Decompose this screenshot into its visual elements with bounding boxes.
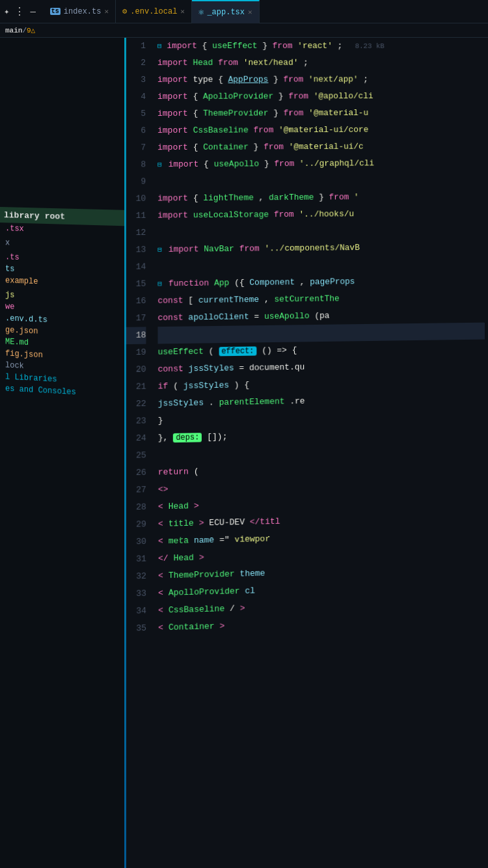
tab-env-local[interactable]: ⚙ .env.local ✕ [116,0,192,23]
ln-11: 11 [125,208,146,224]
git-changes: 9△ [27,26,35,34]
tab-index-ts[interactable]: ts index.ts ✕ [44,0,116,23]
git-bar: main / 9△ [0,23,488,38]
code-line-6: import CssBaseline from '@material-ui/co… [157,121,483,139]
ln-14: 14 [125,258,146,276]
ln-20: 20 [125,361,146,379]
tab-close-1[interactable]: ✕ [104,7,109,16]
tab-close-2[interactable]: ✕ [180,7,185,16]
git-separator: / [22,27,27,34]
ln-9: 9 [125,173,146,190]
code-line-10: import { lightTheme , darkTheme } from ' [157,188,483,208]
ln-3: 3 [125,72,146,88]
ln-16: 16 [125,293,146,310]
ln-33: 33 [126,585,146,603]
ln-28: 28 [125,498,146,516]
code-line-1: ⊟ import { useEffect } from 'react' ; 8.… [157,38,482,55]
ln-31: 31 [125,550,146,568]
ln-30: 30 [125,534,146,551]
code-content: ⊟ import { useEffect } from 'react' ; 8.… [151,38,488,868]
ln-10: 10 [125,191,146,208]
code-line-3: import type { AppProps } from 'next/app'… [157,71,482,88]
ts-icon: ts [50,8,61,15]
main-layout: library root .tsx x .ts ts example js we… [0,38,488,868]
ln-32: 32 [125,568,146,586]
react-icon: ⚛ [198,7,204,18]
editor-window: ✦ ⋮ — ts index.ts ✕ ⚙ .env.local ✕ ⚛ _ap… [0,0,488,868]
ln-1: 1 [125,38,146,55]
env-icon: ⚙ [122,7,127,16]
code-line-5: import { ThemeProvider } from '@material… [157,104,483,122]
code-line-7: import { Container } from '@material-ui/… [157,138,483,156]
git-branch-label: main [5,27,22,34]
code-line-9 [157,171,483,190]
tab-env-label: .env.local [130,7,177,16]
ln-15: 15 [125,276,146,293]
ln-18: 18 [125,327,146,344]
window-menu-icon[interactable]: ⋮ [14,5,25,18]
code-container: 1 2 3 4 5 6 7 8 9 10 11 12 13 14 15 16 1 [125,38,488,868]
ln-4: 4 [125,88,146,105]
window-icon-1[interactable]: ✦ [4,6,9,17]
window-minimize-icon[interactable]: — [30,7,35,17]
ln-25: 25 [125,447,146,465]
sidebar: library root .tsx x .ts ts example js we… [0,38,127,868]
tab-close-3[interactable]: ✕ [248,8,252,16]
ln-21: 21 [125,378,146,396]
ln-17: 17 [125,310,146,327]
ln-13: 13 [125,241,146,259]
tab-bar: ✦ ⋮ — ts index.ts ✕ ⚙ .env.local ✕ ⚛ _ap… [0,0,488,23]
left-accent-bar [124,38,126,868]
ln-19: 19 [125,344,146,362]
ln-7: 7 [125,139,146,156]
ln-24: 24 [125,430,146,448]
ln-27: 27 [125,481,146,499]
code-area: 1 2 3 4 5 6 7 8 9 10 11 12 13 14 15 16 1 [125,38,488,868]
ln-6: 6 [125,122,146,139]
ln-29: 29 [125,516,146,534]
ln-2: 2 [125,55,146,72]
ln-22: 22 [125,396,146,413]
code-line-2: import Head from 'next/head' ; [157,55,482,72]
ln-35: 35 [126,620,146,638]
ln-12: 12 [125,224,146,241]
ln-5: 5 [125,105,146,122]
code-line-8: ⊟ import { useApollo } from '../graphql/… [157,155,483,174]
line-numbers: 1 2 3 4 5 6 7 8 9 10 11 12 13 14 15 16 1 [125,38,152,868]
tab-app-label: _app.tsx [207,8,245,17]
ln-34: 34 [126,603,146,620]
ln-23: 23 [125,413,146,430]
tab-index-ts-label: index.ts [64,7,102,16]
tab-app-tsx[interactable]: ⚛ _app.tsx ✕ [192,0,260,23]
ln-26: 26 [125,464,146,481]
code-line-4: import { ApolloProvider } from '@apollo/… [157,88,483,105]
ln-8: 8 [125,156,146,173]
